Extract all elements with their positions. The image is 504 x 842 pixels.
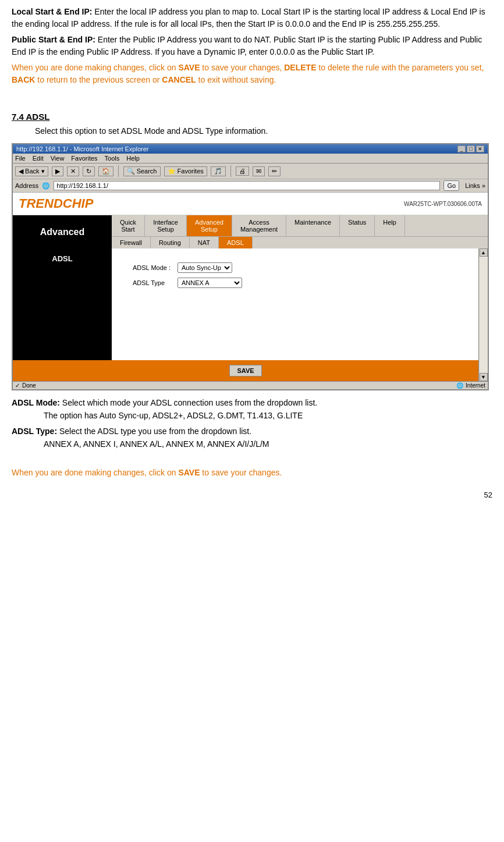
intro-para3-mid2: to delete the rule with the parameters y… (316, 63, 484, 72)
left-panel: ADSL (13, 248, 112, 360)
toolbar-sep2 (230, 165, 231, 177)
go-button[interactable]: Go (443, 180, 459, 191)
page-number: 52 (12, 491, 492, 499)
favorites-button[interactable]: ⭐ Favorites (164, 166, 207, 176)
intro-para3-mid1: to save your changes, (200, 63, 284, 72)
adsl-mode-description: ADSL Mode: Select which mode your ADSL c… (12, 396, 492, 409)
intro-back-word: BACK (12, 75, 35, 84)
maximize-button[interactable]: □ (467, 145, 475, 152)
status-left: ✓ Done (15, 382, 36, 389)
adsl-mode-label-cell: ADSL Mode : (129, 260, 174, 275)
refresh-button[interactable]: ↻ (83, 166, 95, 176)
menu-help[interactable]: Help (126, 155, 140, 162)
nav-advanced-setup[interactable]: AdvancedSetup (187, 215, 232, 236)
menu-view[interactable]: View (51, 155, 65, 162)
firmware-version: WAR25TC-WPT.030606.00TA (404, 201, 482, 207)
intro-para3-suffix: to exit without saving. (196, 75, 276, 84)
browser-titlebar: http://192.168.1.1/ - Microsoft Internet… (13, 144, 488, 154)
edit-button[interactable]: ✏ (268, 166, 281, 176)
public-ip-label: Public Start & End IP: (12, 35, 95, 44)
nav-quick-start[interactable]: QuickStart (112, 215, 145, 236)
intro-para3-prefix: When you are done making changes, click … (12, 63, 178, 72)
adsl-mode-row: ADSL Mode : Auto Sync-Up ADSL2+ ADSL2 G.… (129, 260, 246, 275)
adsl-mode-bold: ADSL Mode: (12, 398, 60, 407)
intro-para2: Public Start & End IP: Enter the Public … (12, 34, 492, 58)
media-button[interactable]: 🎵 (211, 166, 226, 176)
menu-favorites[interactable]: Favorites (71, 155, 97, 162)
trendchip-logo: TRENDCHIP (19, 196, 93, 211)
nav-help[interactable]: Help (375, 215, 405, 236)
page-header: TRENDCHIP WAR25TC-WPT.030606.00TA (13, 193, 488, 215)
print-button[interactable]: 🖨 (236, 166, 249, 176)
search-button[interactable]: 🔍 Search (123, 166, 161, 176)
adsl-type-text: Select the ADSL type you use from the dr… (57, 427, 251, 436)
intro-para3-mid3: to return to the previous screen or (35, 75, 162, 84)
menu-edit[interactable]: Edit (33, 155, 44, 162)
adsl-type-description: ADSL Type: Select the ADSL type you use … (12, 425, 492, 438)
address-label: Address (15, 182, 38, 189)
intro-block: Local Start & End IP: Enter the local IP… (12, 6, 492, 86)
close-button[interactable]: ✕ (476, 145, 484, 152)
menu-tools[interactable]: Tools (105, 155, 120, 162)
address-icon: 🌐 (42, 182, 50, 190)
browser-toolbar: ◀ Back ▾ ▶ ✕ ↻ 🏠 🔍 Search ⭐ Favorites 🎵 … (13, 164, 488, 179)
content-area: ADSL ADSL Mode : Auto Sync-Up ADSL2+ ADS… (13, 248, 478, 360)
nav-main: QuickStart InterfaceSetup AdvancedSetup … (112, 215, 488, 248)
adsl-mode-value-cell: Auto Sync-Up ADSL2+ ADSL2 G.DMT T1.413 G… (174, 260, 246, 275)
adsl-type-row: ADSL Type ANNEX A ANNEX I ANNEX A/L ANNE… (129, 275, 246, 290)
intro-save-word: SAVE (178, 63, 200, 72)
intro-cancel-word: CANCEL (162, 75, 196, 84)
home-button[interactable]: 🏠 (98, 166, 113, 176)
menu-file[interactable]: File (15, 155, 26, 162)
nav-sub-routing[interactable]: Routing (151, 237, 190, 248)
status-internet: Internet (466, 382, 485, 389)
adsl-type-value-cell: ANNEX A ANNEX I ANNEX A/L ANNEX M ANNEX … (174, 275, 246, 290)
mail-button[interactable]: ✉ (253, 166, 265, 176)
local-ip-label: Local Start & End IP: (12, 7, 92, 16)
nav-sub-nat[interactable]: NAT (190, 237, 219, 248)
links-label: Links » (465, 182, 485, 189)
adsl-mode-text: Select which mode your ADSL connection u… (60, 398, 317, 407)
section-heading: 7.4 ADSL (12, 112, 492, 122)
forward-button[interactable]: ▶ (52, 166, 63, 176)
nav-row1: QuickStart InterfaceSetup AdvancedSetup … (112, 215, 488, 236)
main-content-wrapper: ADSL ADSL Mode : Auto Sync-Up ADSL2+ ADS… (13, 248, 478, 381)
nav-sidebar-advanced: Advanced (13, 215, 112, 248)
closing-suffix: to save your changes. (200, 468, 282, 477)
scroll-area: ADSL ADSL Mode : Auto Sync-Up ADSL2+ ADS… (13, 248, 488, 381)
adsl-type-select[interactable]: ANNEX A ANNEX I ANNEX A/L ANNEX M ANNEX … (178, 278, 242, 288)
scrollbar[interactable]: ▲ ▼ (478, 248, 488, 381)
nav-interface-setup[interactable]: InterfaceSetup (145, 215, 187, 236)
nav-sub-adsl[interactable]: ADSL (219, 237, 253, 248)
adsl-form-table: ADSL Mode : Auto Sync-Up ADSL2+ ADSL2 G.… (129, 260, 246, 290)
closing-orange-prefix: When you are done making changes, click … (12, 468, 178, 477)
nav-top: Advanced QuickStart InterfaceSetup Advan… (13, 215, 488, 248)
scroll-up[interactable]: ▲ (480, 248, 488, 257)
scroll-down[interactable]: ▼ (480, 373, 488, 381)
stop-button[interactable]: ✕ (67, 166, 79, 176)
adsl-mode-select[interactable]: Auto Sync-Up ADSL2+ ADSL2 G.DMT T1.413 G… (178, 262, 232, 273)
browser-window: http://192.168.1.1/ - Microsoft Internet… (12, 143, 489, 390)
closing-text: When you are done making changes, click … (12, 466, 492, 479)
nav-maintenance[interactable]: Maintenance (286, 215, 340, 236)
browser-title: http://192.168.1.1/ - Microsoft Internet… (16, 145, 148, 152)
toolbar-sep1 (118, 165, 119, 177)
save-button[interactable]: SAVE (229, 365, 261, 376)
nav-sub-firewall[interactable]: Firewall (112, 237, 151, 248)
below-browser: ADSL Mode: Select which mode your ADSL c… (12, 396, 492, 479)
titlebar-buttons[interactable]: _ □ ✕ (457, 145, 484, 152)
status-done: Done (22, 382, 36, 389)
save-area: SAVE (13, 360, 478, 381)
address-bar: Address 🌐 Go Links » (13, 179, 488, 193)
done-icon: ✓ (15, 382, 20, 389)
scroll-track[interactable] (480, 257, 488, 373)
minimize-button[interactable]: _ (457, 145, 466, 152)
address-input[interactable] (54, 181, 440, 190)
nav-status[interactable]: Status (340, 215, 375, 236)
adsl-type-bold: ADSL Type: (12, 427, 57, 436)
nav-row2: Firewall Routing NAT ADSL (112, 236, 488, 248)
status-right: 🌐 Internet (456, 382, 485, 389)
back-button[interactable]: ◀ Back ▾ (15, 166, 48, 176)
adsl-type-options: ANNEX A, ANNEX I, ANNEX A/L, ANNEX M, AN… (44, 438, 492, 450)
nav-access-management[interactable]: AccessManagement (232, 215, 286, 236)
